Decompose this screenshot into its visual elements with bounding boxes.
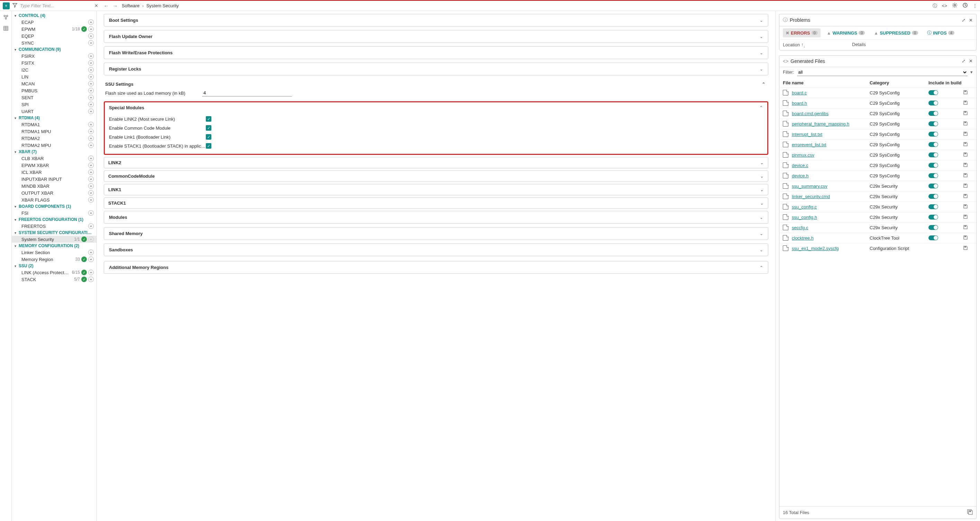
add-icon[interactable]: + (88, 122, 94, 127)
file-link[interactable]: ssu_config.c (792, 204, 817, 210)
add-icon[interactable]: + (88, 102, 94, 107)
save-icon[interactable] (963, 111, 968, 116)
save-icon[interactable] (963, 142, 968, 148)
location-header[interactable]: Location (783, 42, 800, 48)
save-icon[interactable] (963, 101, 968, 106)
add-icon[interactable]: + (88, 183, 94, 189)
file-link[interactable]: ssu_config.h (792, 215, 817, 220)
save-icon[interactable] (963, 215, 968, 220)
tree-item[interactable]: LINK (Access Protect…6/15✓+ (12, 269, 97, 276)
checkbox-checked[interactable]: ✓ (206, 143, 212, 149)
add-icon[interactable]: + (88, 257, 94, 262)
add-icon[interactable]: + (88, 197, 94, 203)
include-toggle[interactable] (929, 225, 938, 230)
checkbox-checked[interactable]: ✓ (206, 116, 212, 122)
add-icon[interactable]: + (88, 88, 94, 93)
tree-item[interactable]: FREERTOS+ (12, 222, 97, 230)
file-link[interactable]: board.c (792, 90, 807, 95)
filter-icon[interactable] (13, 3, 17, 9)
add-icon[interactable]: + (88, 26, 94, 32)
tree-item[interactable]: STACK5/7✓+ (12, 276, 97, 283)
tree-group[interactable]: ▾CONTROL (4) (12, 13, 97, 19)
history-icon[interactable] (963, 2, 968, 9)
file-link[interactable]: interrupt_list.txt (792, 132, 822, 137)
config-section[interactable]: Flash Update Owner⌄ (104, 30, 768, 43)
include-toggle[interactable] (929, 101, 938, 105)
nav-back-icon[interactable]: ← (104, 3, 109, 9)
save-icon[interactable] (963, 152, 968, 158)
tree-item[interactable]: OUTPUT XBAR+ (12, 189, 97, 196)
tree-item[interactable]: EPWM1/18✓+ (12, 25, 97, 32)
include-toggle[interactable] (929, 132, 938, 137)
include-toggle[interactable] (929, 204, 938, 209)
tree-item[interactable]: I2C+ (12, 67, 97, 73)
gear-icon[interactable] (952, 2, 958, 9)
include-toggle[interactable] (929, 121, 938, 126)
tab-suppressed[interactable]: ▲SUPPRESSED0 (871, 29, 921, 37)
flash-size-input[interactable] (202, 89, 292, 97)
tree-item[interactable]: FSI+ (12, 210, 97, 216)
add-icon[interactable]: + (88, 276, 94, 282)
additional-memory-section[interactable]: Additional Memory Regions ⌃ (104, 261, 768, 274)
add-icon[interactable]: + (88, 143, 94, 148)
save-icon[interactable] (963, 225, 968, 230)
sub-section[interactable]: CommonCodeModule⌄ (104, 170, 768, 182)
add-icon[interactable]: + (88, 108, 94, 114)
save-all-icon[interactable] (967, 509, 973, 516)
tree-item[interactable]: SENT+ (12, 94, 97, 101)
tree-item[interactable]: SPI+ (12, 101, 97, 108)
save-icon[interactable] (963, 90, 968, 96)
file-link[interactable]: pinmux.csv (792, 152, 814, 158)
save-icon[interactable] (963, 246, 968, 251)
file-link[interactable]: board.h (792, 101, 807, 106)
add-icon[interactable]: + (88, 249, 94, 255)
save-icon[interactable] (963, 132, 968, 137)
include-toggle[interactable] (929, 152, 938, 157)
crumb-software[interactable]: Software (122, 3, 139, 8)
add-icon[interactable]: + (88, 169, 94, 175)
tree-group[interactable]: ▾FREERTOS CONFIGURATION (1) (12, 216, 97, 222)
add-icon[interactable]: + (88, 223, 94, 229)
tree-item[interactable]: FSITX+ (12, 59, 97, 67)
tree-group[interactable]: ▾BOARD COMPONENTS (1) (12, 203, 97, 210)
checkbox-checked[interactable]: ✓ (206, 125, 212, 131)
add-icon[interactable]: + (88, 67, 94, 73)
include-toggle[interactable] (929, 184, 938, 188)
col-include[interactable]: Include in build (929, 80, 963, 86)
save-icon[interactable] (963, 204, 968, 210)
chevron-up-icon[interactable]: ⌃ (762, 82, 765, 87)
tree-item[interactable]: LIN+ (12, 73, 97, 80)
tree-item[interactable]: ICL XBAR+ (12, 169, 97, 176)
config-section[interactable]: Flash Write/Erase Protections⌄ (104, 46, 768, 59)
save-icon[interactable] (963, 235, 968, 241)
tree-group[interactable]: ▾COMMUNICATION (9) (12, 46, 97, 52)
table-icon[interactable] (2, 25, 10, 32)
tree-item[interactable]: CLB XBAR+ (12, 155, 97, 162)
add-icon[interactable]: + (88, 176, 94, 182)
add-icon[interactable]: + (88, 19, 94, 25)
tree-item[interactable]: Linker Section+ (12, 249, 97, 256)
config-section[interactable]: Register Locks⌄ (104, 63, 768, 75)
clear-filter-icon[interactable]: ✕ (93, 3, 100, 8)
config-section[interactable]: Sandboxes⌄ (104, 243, 768, 256)
tree-item[interactable]: MCAN+ (12, 80, 97, 87)
add-icon[interactable]: + (88, 40, 94, 46)
include-toggle[interactable] (929, 235, 938, 240)
close-icon[interactable]: ✕ (969, 17, 973, 23)
col-category[interactable]: Category (870, 80, 929, 86)
tree-item[interactable]: EPWM XBAR+ (12, 162, 97, 169)
file-link[interactable]: peripheral_frame_mapping.h (792, 121, 849, 127)
details-header[interactable]: Details (852, 42, 973, 48)
tree-item[interactable]: ECAP+ (12, 19, 97, 25)
save-icon[interactable] (963, 121, 968, 127)
add-icon[interactable]: + (88, 156, 94, 161)
filter-input[interactable] (20, 3, 90, 8)
add-icon[interactable]: + (88, 53, 94, 59)
file-link[interactable]: device.c (792, 163, 808, 168)
chevron-up-icon[interactable]: ⌃ (759, 105, 763, 110)
include-toggle[interactable] (929, 194, 938, 199)
file-link[interactable]: clocktree.h (792, 235, 814, 241)
app-icon[interactable]: ≡ (3, 2, 10, 10)
add-icon[interactable]: + (88, 33, 94, 39)
save-icon[interactable] (963, 173, 968, 179)
